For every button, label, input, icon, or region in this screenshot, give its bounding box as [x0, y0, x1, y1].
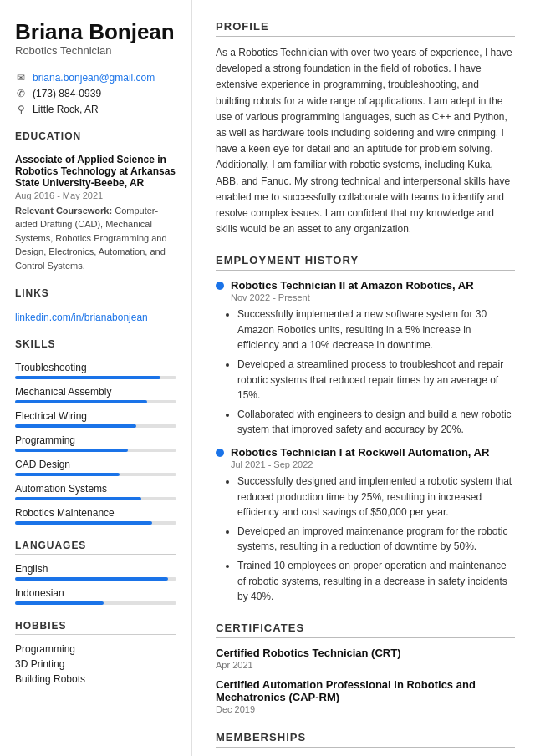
- email-link[interactable]: briana.bonjean@gmail.com: [33, 72, 155, 84]
- job-bullet: Successfully implemented a new software …: [237, 307, 515, 353]
- job-bullet: Collaborated with engineers to design an…: [237, 407, 515, 438]
- skill-bar-bg: [15, 449, 176, 452]
- language-bar-bg: [15, 601, 176, 605]
- location-item: ⚲ Little Rock, AR: [15, 104, 176, 115]
- hobby-item: Building Robots: [15, 673, 176, 685]
- skill-label: Programming: [15, 434, 176, 446]
- skills-heading: SKILLS: [15, 338, 176, 353]
- skill-label: Troubleshooting: [15, 362, 176, 373]
- phone-text: (173) 884-0939: [33, 88, 101, 99]
- phone-icon: ✆: [15, 88, 27, 99]
- skill-item: Troubleshooting: [15, 362, 176, 379]
- language-bar-fill: [15, 601, 104, 605]
- hobbies-heading: HOBBIES: [15, 620, 176, 635]
- certificate-item: Certified Robotics Technician (CRT) Apr …: [216, 647, 515, 670]
- edu-dates: Aug 2016 - May 2021: [15, 190, 176, 200]
- job-dates: Nov 2022 - Present: [231, 292, 515, 302]
- certificates-section: Certified Robotics Technician (CRT) Apr …: [216, 647, 515, 714]
- edu-degree: Associate of Applied Science in Robotics…: [15, 154, 176, 189]
- skill-label: CAD Design: [15, 459, 176, 470]
- hobbies-section: Programming3D PrintingBuilding Robots: [15, 643, 176, 685]
- language-bar-fill: [15, 577, 168, 581]
- education-section: Associate of Applied Science in Robotics…: [15, 154, 176, 273]
- skill-bar-bg: [15, 376, 176, 379]
- cert-date: Dec 2019: [216, 704, 515, 714]
- language-item: Indonesian: [15, 587, 176, 605]
- skill-bar-fill: [15, 497, 141, 500]
- skill-bar-bg: [15, 497, 176, 500]
- job-dot: [216, 449, 224, 457]
- skill-item: CAD Design: [15, 459, 176, 476]
- skill-bar-fill: [15, 424, 136, 428]
- hobby-item: 3D Printing: [15, 658, 176, 670]
- skill-item: Electrical Wiring: [15, 410, 176, 428]
- memberships-heading: MEMBERSHIPS: [216, 731, 515, 748]
- candidate-title: Robotics Technician: [15, 44, 176, 57]
- links-heading: LINKS: [15, 287, 176, 302]
- job-bullets: Successfully designed and implemented a …: [237, 474, 515, 605]
- language-bar-bg: [15, 577, 176, 581]
- cert-name: Certified Automation Professional in Rob…: [216, 678, 515, 703]
- coursework-label: Relevant Coursework:: [15, 205, 112, 216]
- language-label: English: [15, 563, 176, 575]
- job-entry: Robotics Technician II at Amazon Robotic…: [216, 279, 515, 438]
- languages-section: English Indonesian: [15, 563, 176, 605]
- job-dot: [216, 282, 224, 290]
- skill-item: Automation Systems: [15, 483, 176, 500]
- job-title-line: Robotics Technician I at Rockwell Automa…: [216, 446, 515, 459]
- job-bullets: Successfully implemented a new software …: [237, 307, 515, 438]
- email-icon: ✉: [15, 72, 27, 84]
- employment-section: Robotics Technician II at Amazon Robotic…: [216, 279, 515, 605]
- skill-bar-bg: [15, 473, 176, 476]
- skill-bar-bg: [15, 400, 176, 403]
- job-title: Robotics Technician II at Amazon Robotic…: [231, 279, 474, 292]
- skill-bar-bg: [15, 424, 176, 428]
- skill-item: Robotics Maintenance: [15, 507, 176, 525]
- main-content: PROFILE As a Robotics Technician with ov…: [192, 0, 535, 756]
- job-dates: Jul 2021 - Sep 2022: [231, 459, 515, 469]
- skill-bar-fill: [15, 449, 128, 452]
- skill-bar-bg: [15, 521, 176, 525]
- job-bullet: Developed a streamlined process to troub…: [237, 357, 515, 403]
- skill-bar-fill: [15, 473, 120, 476]
- sidebar: Briana Bonjean Robotics Technician ✉ bri…: [0, 0, 192, 756]
- job-bullet: Developed an improved maintenance progra…: [237, 524, 515, 555]
- linkedin-link[interactable]: linkedin.com/in/brianabonjean: [15, 312, 148, 323]
- profile-text: As a Robotics Technician with over two y…: [216, 45, 515, 237]
- skill-bar-fill: [15, 376, 160, 379]
- location-text: Little Rock, AR: [33, 104, 99, 115]
- candidate-name: Briana Bonjean: [15, 20, 176, 44]
- cert-date: Apr 2021: [216, 660, 515, 670]
- phone-item: ✆ (173) 884-0939: [15, 88, 176, 99]
- edu-coursework: Relevant Coursework: Computer-aided Draf…: [15, 204, 176, 273]
- language-item: English: [15, 563, 176, 581]
- skills-section: Troubleshooting Mechanical Assembly Elec…: [15, 362, 176, 525]
- job-entry: Robotics Technician I at Rockwell Automa…: [216, 446, 515, 605]
- employment-heading: EMPLOYMENT HISTORY: [216, 254, 515, 271]
- certificates-heading: CERTIFICATES: [216, 622, 515, 638]
- job-bullet: Successfully designed and implemented a …: [237, 474, 515, 520]
- skill-label: Automation Systems: [15, 483, 176, 495]
- email-item: ✉ briana.bonjean@gmail.com: [15, 72, 176, 84]
- hobby-item: Programming: [15, 643, 176, 655]
- location-icon: ⚲: [15, 104, 27, 115]
- skill-bar-fill: [15, 521, 152, 525]
- job-bullet: Trained 10 employees on proper operation…: [237, 558, 515, 605]
- skill-bar-fill: [15, 400, 147, 403]
- job-title-line: Robotics Technician II at Amazon Robotic…: [216, 279, 515, 292]
- education-heading: EDUCATION: [15, 130, 176, 145]
- skill-label: Mechanical Assembly: [15, 386, 176, 398]
- links-section: linkedin.com/in/brianabonjean: [15, 311, 176, 323]
- cert-name: Certified Robotics Technician (CRT): [216, 647, 515, 659]
- languages-heading: LANGUAGES: [15, 540, 176, 555]
- contact-section: ✉ briana.bonjean@gmail.com ✆ (173) 884-0…: [15, 72, 176, 115]
- skill-label: Electrical Wiring: [15, 410, 176, 422]
- skill-label: Robotics Maintenance: [15, 507, 176, 519]
- certificate-item: Certified Automation Professional in Rob…: [216, 678, 515, 714]
- language-label: Indonesian: [15, 587, 176, 599]
- job-title: Robotics Technician I at Rockwell Automa…: [231, 446, 489, 459]
- skill-item: Mechanical Assembly: [15, 386, 176, 403]
- skill-item: Programming: [15, 434, 176, 452]
- profile-heading: PROFILE: [216, 20, 515, 37]
